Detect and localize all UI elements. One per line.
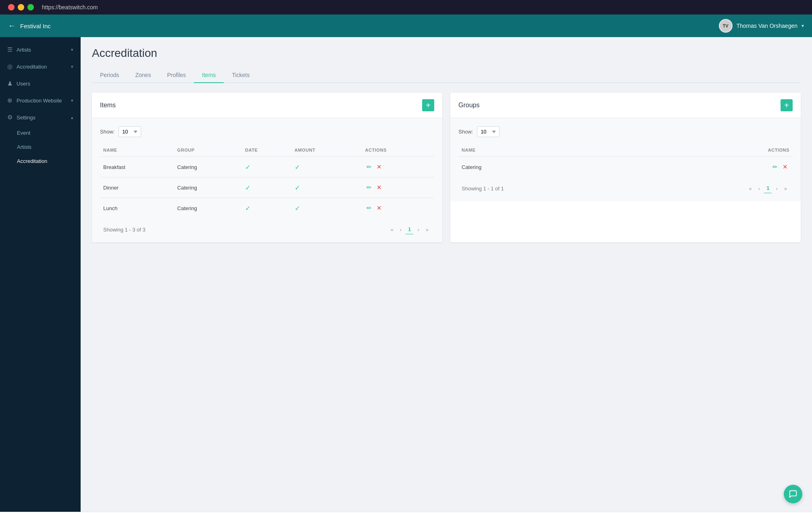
- app-title: Festival Inc: [20, 23, 51, 29]
- item-date: ✓: [242, 157, 291, 177]
- item-name: Lunch: [100, 198, 174, 219]
- minimize-dot: [18, 4, 24, 10]
- sidebar-sub-artists[interactable]: Artists: [17, 140, 81, 154]
- groups-table-header-row: NAME ACTIONS: [458, 144, 793, 157]
- items-show-label: Show:: [100, 129, 115, 135]
- items-pagination-controls: « ‹ 1 › »: [388, 225, 431, 234]
- production-website-icon: ⊕: [7, 97, 12, 104]
- artists-chevron: ▾: [71, 47, 73, 52]
- groups-prev-page-button[interactable]: ‹: [756, 184, 762, 193]
- groups-add-button[interactable]: +: [781, 99, 793, 111]
- items-current-page: 1: [406, 225, 413, 234]
- artists-icon: ☰: [7, 46, 12, 53]
- items-next-page-button[interactable]: ›: [415, 225, 421, 234]
- sidebar-sub-event[interactable]: Event: [17, 126, 81, 140]
- groups-col-actions: ACTIONS: [620, 144, 793, 157]
- browser-url: https://beatswitch.com: [42, 4, 98, 10]
- item-amount: ✓: [291, 198, 362, 219]
- items-first-page-button[interactable]: «: [388, 225, 396, 234]
- avatar: TV: [719, 19, 733, 33]
- col-amount: AMOUNT: [291, 144, 362, 157]
- sidebar-item-users[interactable]: ♟ Users: [0, 75, 81, 92]
- items-card-body: Show: 10 25 50 100 NAME GROUP: [92, 118, 442, 242]
- sidebar-item-production-website[interactable]: ⊕ Production Website ▾: [0, 92, 81, 109]
- group-delete-button[interactable]: ✕: [781, 163, 789, 171]
- maximize-dot: [27, 4, 34, 10]
- item-delete-button[interactable]: ✕: [375, 183, 383, 192]
- item-actions: ✏ ✕: [362, 198, 434, 219]
- browser-bar: https://beatswitch.com: [0, 0, 812, 15]
- items-prev-page-button[interactable]: ‹: [398, 225, 404, 234]
- groups-last-page-button[interactable]: »: [782, 184, 789, 193]
- items-table: NAME GROUP DATE AMOUNT ACTIONS Breakfast…: [100, 144, 434, 218]
- items-card-header: Items +: [92, 93, 442, 118]
- groups-pagination-controls: « ‹ 1 › »: [747, 184, 789, 193]
- sidebar-sub-label-accreditation: Accreditation: [17, 158, 47, 164]
- groups-show-label: Show:: [458, 129, 473, 135]
- sidebar-item-accreditation[interactable]: ◎ Accreditation ▾: [0, 58, 81, 75]
- app-layout: ☰ Artists ▾ ◎ Accreditation ▾ ♟ Users ⊕ …: [0, 37, 812, 512]
- sidebar-label-production-website: Production Website: [17, 98, 62, 104]
- back-button[interactable]: ←: [8, 22, 15, 30]
- group-actions: ✏ ✕: [620, 157, 793, 177]
- items-last-page-button[interactable]: »: [423, 225, 431, 234]
- header-left: ← Festival Inc: [8, 22, 51, 30]
- table-row: Catering ✏ ✕: [458, 157, 793, 177]
- groups-first-page-button[interactable]: «: [747, 184, 754, 193]
- items-show-select[interactable]: 10 25 50 100: [119, 126, 141, 137]
- groups-current-page: 1: [764, 184, 772, 193]
- item-delete-button[interactable]: ✕: [375, 163, 383, 171]
- item-edit-button[interactable]: ✏: [365, 204, 373, 213]
- item-delete-button[interactable]: ✕: [375, 204, 383, 213]
- groups-card: Groups + Show: 10 25 50 100: [450, 93, 801, 242]
- item-amount: ✓: [291, 157, 362, 177]
- items-show-row: Show: 10 25 50 100: [100, 126, 434, 137]
- items-pagination: Showing 1 - 3 of 3 « ‹ 1 › »: [100, 218, 434, 234]
- sidebar-item-artists[interactable]: ☰ Artists ▾: [0, 41, 81, 58]
- item-edit-button[interactable]: ✏: [365, 183, 373, 192]
- sidebar-label-accreditation: Accreditation: [17, 64, 47, 70]
- sidebar-label-artists: Artists: [17, 47, 31, 53]
- chat-bubble-button[interactable]: [784, 485, 802, 503]
- sidebar-sub-label-event: Event: [17, 130, 30, 136]
- items-add-button[interactable]: +: [422, 99, 434, 111]
- sidebar-sub-accreditation[interactable]: Accreditation: [17, 154, 81, 168]
- page-title: Accreditation: [92, 47, 801, 60]
- tab-periods[interactable]: Periods: [92, 68, 127, 83]
- table-row: Lunch Catering ✓ ✓ ✏ ✕: [100, 198, 434, 219]
- tab-tickets[interactable]: Tickets: [224, 68, 258, 83]
- item-edit-button[interactable]: ✏: [365, 163, 373, 171]
- groups-card-body: Show: 10 25 50 100 NAME ACTIONS: [450, 118, 801, 201]
- user-name: Thomas Van Orshaegen: [737, 23, 798, 29]
- sidebar-label-users: Users: [17, 81, 30, 87]
- tab-zones[interactable]: Zones: [127, 68, 159, 83]
- main-content: Accreditation Periods Zones Profiles Ite…: [81, 37, 812, 512]
- sidebar: ☰ Artists ▾ ◎ Accreditation ▾ ♟ Users ⊕ …: [0, 37, 81, 512]
- col-group: GROUP: [174, 144, 242, 157]
- item-group: Catering: [174, 157, 242, 177]
- groups-show-select[interactable]: 10 25 50 100: [477, 126, 500, 137]
- item-date: ✓: [242, 177, 291, 198]
- items-pagination-text: Showing 1 - 3 of 3: [103, 227, 146, 233]
- production-website-chevron: ▾: [71, 98, 73, 103]
- accreditation-icon: ◎: [7, 63, 12, 70]
- item-actions: ✏ ✕: [362, 157, 434, 177]
- sidebar-item-settings[interactable]: ⚙ Settings ▴: [0, 109, 81, 126]
- item-name: Dinner: [100, 177, 174, 198]
- sidebar-settings-submenu: Event Artists Accreditation: [0, 126, 81, 168]
- groups-col-name: NAME: [458, 144, 620, 157]
- group-edit-button[interactable]: ✏: [771, 163, 779, 171]
- col-actions: ACTIONS: [362, 144, 434, 157]
- users-icon: ♟: [7, 80, 12, 87]
- user-menu-chevron[interactable]: ▾: [802, 23, 804, 29]
- item-date: ✓: [242, 198, 291, 219]
- items-table-header-row: NAME GROUP DATE AMOUNT ACTIONS: [100, 144, 434, 157]
- sidebar-label-settings: Settings: [17, 115, 35, 121]
- item-group: Catering: [174, 198, 242, 219]
- col-name: NAME: [100, 144, 174, 157]
- tab-items[interactable]: Items: [194, 68, 224, 83]
- tab-profiles[interactable]: Profiles: [159, 68, 194, 83]
- settings-icon: ⚙: [7, 114, 12, 121]
- groups-next-page-button[interactable]: ›: [773, 184, 780, 193]
- item-name: Breakfast: [100, 157, 174, 177]
